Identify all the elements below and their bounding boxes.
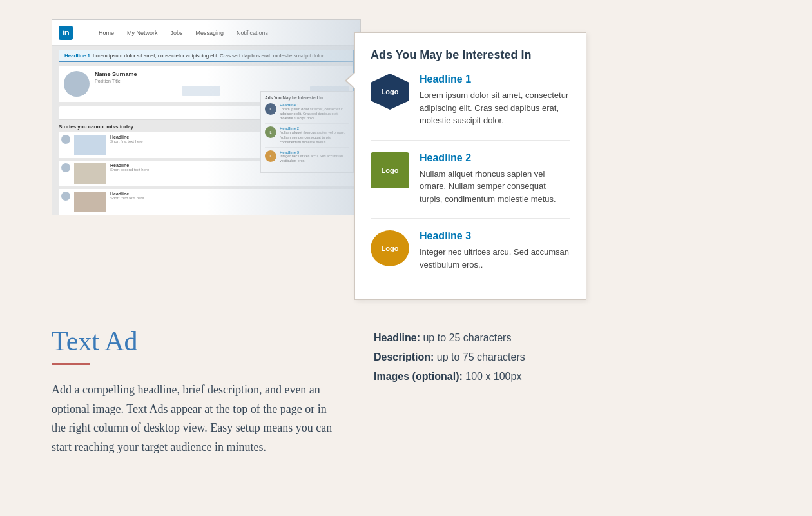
feed-thumb-3 [74, 192, 106, 212]
mini-ad-item-3: L Headline 3 Integer nec ultrices arcu. … [265, 150, 349, 166]
text-ad-left: Text Ad Add a compelling headline, brief… [52, 326, 335, 457]
spec-value-headline: up to 25 characters [423, 332, 511, 343]
spec-value-description: up to 75 characters [437, 352, 525, 362]
spec-label-headline: Headline: [374, 332, 420, 343]
ad-logo-2: Logo [371, 152, 409, 188]
mini-ad-item-1: L Headline 1 Lorem ipsum dolor sit amet,… [265, 103, 349, 124]
mini-ad-title: Ads You May be Interested In [265, 95, 349, 100]
feed-thumb-2 [74, 163, 106, 184]
ad-item-2: Logo Headline 2 Nullam aliquet rhoncus s… [371, 152, 570, 206]
highlight-label-bold: Headline 1 [64, 53, 90, 59]
spec-row-images: Images (optional): 100 x 100px [374, 371, 760, 382]
feed-text-3: Headline Short third text here [110, 192, 351, 212]
linkedin-mini-ad-panel: Ads You May be Interested In L Headline … [260, 91, 354, 173]
spec-row-description: Description: up to 75 characters [374, 352, 760, 363]
mini-logo-2: L [265, 126, 276, 138]
ad-item-3: Logo Headline 3 Integer nec ultrices arc… [371, 230, 570, 271]
spec-row-headline: Headline: up to 25 characters [374, 332, 760, 344]
nav-notifications: Notifications [237, 30, 268, 36]
mini-ad-desc-1: Lorem ipsum dolor sit amet, consectetur … [280, 107, 349, 121]
ad-item-1-headline: Headline 1 [420, 74, 570, 85]
mini-logo-1: L [265, 103, 276, 115]
ad-divider-2 [371, 218, 570, 219]
ad-logo-3: Logo [371, 230, 409, 266]
mini-logo-3: L [265, 150, 276, 162]
feed-sub-3: Short third text here [110, 196, 351, 200]
ad-item-3-desc: Integer nec ultrices arcu. Sed accumsan … [420, 246, 570, 271]
linkedin-nav-links: Home My Network Jobs Messaging Notificat… [99, 30, 268, 36]
bottom-section: Text Ad Add a compelling headline, brief… [52, 326, 760, 457]
feed-title-3: Headline [110, 192, 351, 196]
ad-item-2-headline: Headline 2 [420, 152, 570, 164]
nav-jobs: Jobs [171, 30, 183, 36]
mini-ad-content-1: Headline 1 Lorem ipsum dolor sit amet, c… [280, 103, 349, 121]
feed-avatar-1 [61, 135, 70, 144]
mini-ad-desc-2: Nullam aliquet rhoncus sapien vel ornare… [280, 130, 349, 144]
top-section: in Home My Network Jobs Messaging Notifi… [52, 19, 760, 300]
profile-subtitle: Position Title [95, 79, 349, 83]
nav-home: Home [99, 30, 114, 36]
ad-logo-1: Logo [371, 74, 409, 110]
profile-name: Name Surname [95, 71, 349, 77]
ad-item-1-desc: Lorem ipsum dolor sit amet, consectetur … [420, 89, 570, 127]
ad-item-2-content: Headline 2 Nullam aliquet rhoncus sapien… [420, 152, 570, 206]
page-wrapper: in Home My Network Jobs Messaging Notifi… [0, 0, 812, 516]
ad-item-3-headline: Headline 3 [420, 230, 570, 242]
ad-divider-1 [371, 140, 570, 141]
ad-logo-2-text: Logo [382, 166, 399, 174]
mini-ad-content-2: Headline 2 Nullam aliquet rhoncus sapien… [280, 126, 349, 144]
ad-item-1-content: Headline 1 Lorem ipsum dolor sit amet, c… [420, 74, 570, 127]
mini-logo-1-text: L [269, 107, 271, 111]
mini-logo-3-text: L [269, 154, 271, 158]
ad-panel-large: Ads You May be Interested In Logo Headli… [354, 32, 586, 300]
linkedin-mockup: in Home My Network Jobs Messaging Notifi… [52, 19, 361, 215]
spec-value-images: 100 x 100px [465, 371, 521, 382]
ad-item-3-content: Headline 3 Integer nec ultrices arcu. Se… [420, 230, 570, 271]
ad-logo-1-text: Logo [382, 88, 399, 95]
text-ad-title: Text Ad [52, 326, 335, 357]
text-ad-description: Add a compelling headline, brief descrip… [52, 381, 335, 457]
linkedin-logo-text: in [62, 28, 70, 37]
text-ad-right: Headline: up to 25 characters Descriptio… [374, 326, 760, 390]
mini-logo-2-text: L [269, 130, 271, 134]
highlight-text: Lorem ipsum dolor sit amet, consectetur … [93, 53, 325, 59]
ad-logo-3-text: Logo [382, 244, 399, 252]
nav-messaging: Messaging [196, 30, 224, 36]
ad-item-2-desc: Nullam aliquet rhoncus sapien vel ornare… [420, 168, 570, 206]
feed-item-3: Headline Short third text here [59, 189, 354, 215]
mini-ad-content-3: Headline 3 Integer nec ultrices arcu. Se… [280, 150, 349, 163]
linkedin-avatar [64, 71, 90, 97]
ad-item-1: Logo Headline 1 Lorem ipsum dolor sit am… [371, 74, 570, 127]
mini-ad-item-2: L Headline 2 Nullam aliquet rhoncus sapi… [265, 126, 349, 147]
linkedin-highlight-bar: Headline 1 Lorem ipsum dolor sit amet, c… [59, 50, 354, 62]
nav-network: My Network [127, 30, 158, 36]
linkedin-nav: in Home My Network Jobs Messaging Notifi… [52, 20, 360, 46]
profile-button-1[interactable] [182, 86, 220, 96]
feed-avatar-3 [61, 192, 70, 201]
ad-panel-title: Ads You May be Interested In [371, 48, 570, 62]
feed-avatar-2 [61, 163, 70, 172]
spec-label-description: Description: [374, 352, 434, 362]
linkedin-logo: in [59, 26, 73, 40]
feed-thumb-1 [74, 135, 106, 155]
mini-ad-desc-3: Integer nec ultrices arcu. Sed accumsan … [280, 154, 349, 163]
text-ad-divider [52, 363, 90, 365]
spec-label-images: Images (optional): [374, 371, 463, 382]
